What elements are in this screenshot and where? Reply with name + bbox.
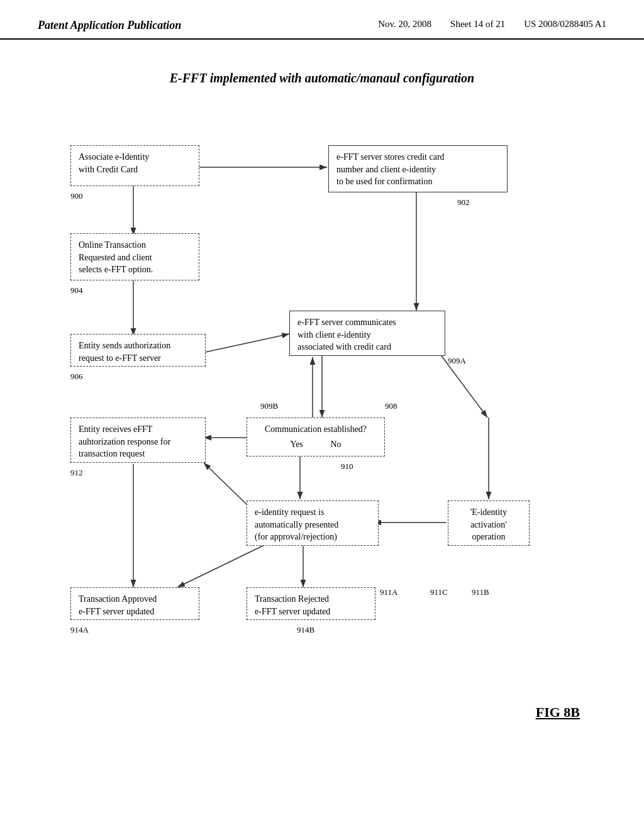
patent-number: US 2008/0288405 A1 (524, 19, 606, 30)
step-911a: 911A (380, 587, 397, 597)
box-associate-eidentity: Associate e-Identitywith Credit Card (70, 145, 199, 186)
box-comm-established: Communication established? Yes No (247, 418, 385, 456)
step-914b: 914B (297, 625, 314, 635)
step-912: 912 (70, 468, 83, 478)
step-910: 910 (341, 462, 353, 472)
flowchart: Associate e-Identitywith Credit Card 900… (52, 111, 592, 727)
step-908-label: 908 (385, 401, 397, 411)
sheet-number: Sheet 14 of 21 (450, 19, 505, 30)
step-911b: 911B (472, 587, 489, 597)
diagram-title: E-FFT implemented with automatic/manaul … (38, 71, 606, 86)
box-transaction-approved: Transaction Approvede-FFT server updated (70, 587, 199, 620)
svg-line-6 (203, 334, 289, 353)
publication-date: Nov. 20, 2008 (378, 19, 431, 30)
step-909b: 909B (260, 401, 278, 411)
box-eidentity-activation: 'E-identityactivation'operation (448, 501, 530, 546)
publication-title: Patent Application Publication (38, 19, 181, 32)
step-906: 906 (70, 372, 83, 382)
step-909a: 909A (448, 356, 466, 366)
box-eidentity-auto: e-identity request isautomatically prese… (247, 501, 379, 546)
step-902: 902 (457, 197, 470, 208)
step-914a: 914A (70, 625, 89, 635)
svg-line-15 (177, 545, 265, 587)
step-900: 900 (70, 191, 83, 201)
box-efft-stores: e-FFT server stores credit cardnumber an… (328, 145, 508, 192)
box-transaction-rejected: Transaction Rejectede-FFT server updated (247, 587, 375, 620)
box-efft-communicates: e-FFT server communicateswith client e-i… (289, 311, 445, 356)
box-online-transaction: Online TransactionRequested and clientse… (70, 233, 199, 280)
figure-label: FIG 8B (536, 704, 580, 721)
step-904: 904 (70, 285, 83, 296)
box-entity-receives: Entity receives eFFTauhtorization respon… (70, 418, 206, 463)
main-content: E-FFT implemented with automatic/manaul … (0, 46, 644, 752)
box-entity-sends-auth: Entity sends authorizationrequest to e-F… (70, 334, 206, 367)
header-meta: Nov. 20, 2008 Sheet 14 of 21 US 2008/028… (378, 19, 606, 30)
page-header: Patent Application Publication Nov. 20, … (0, 0, 644, 40)
step-911c: 911C (430, 587, 448, 597)
